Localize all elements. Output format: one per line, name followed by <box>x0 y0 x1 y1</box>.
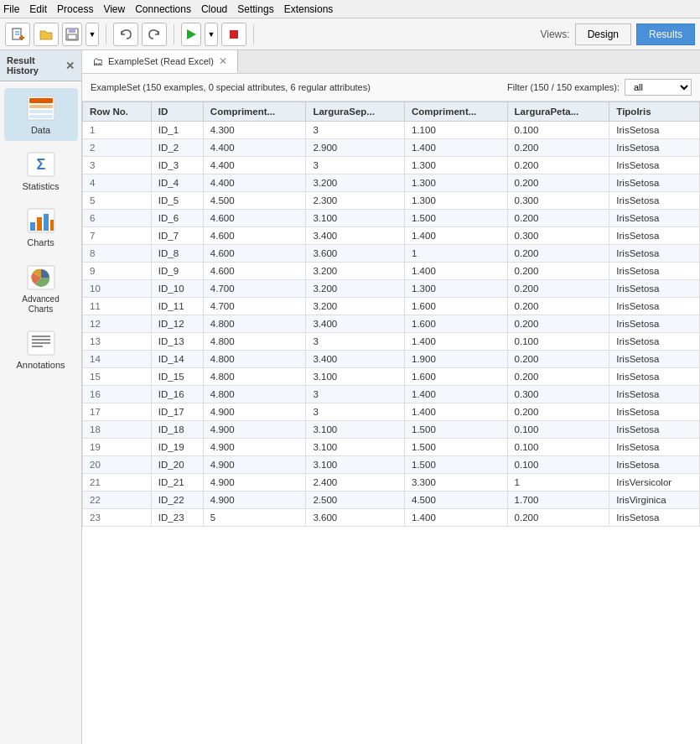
open-button[interactable] <box>34 23 59 46</box>
table-header-row: Row No.IDCompriment...LarguraSep...Compr… <box>83 102 700 122</box>
save-button[interactable] <box>62 23 82 46</box>
cell-r14-c6: IrisSetosa <box>609 368 700 386</box>
new-button[interactable] <box>5 23 30 46</box>
cell-r17-c3: 3.100 <box>306 421 405 439</box>
cell-r7-c2: 4.600 <box>203 245 306 263</box>
table-row: 10ID_104.7003.2001.3000.200IrisSetosa <box>83 280 700 298</box>
redo-button[interactable] <box>142 23 167 46</box>
results-view-button[interactable]: Results <box>636 23 695 45</box>
run-button[interactable] <box>181 23 201 46</box>
sidebar-item-advanced-charts[interactable]: Advanced Charts <box>4 258 78 320</box>
advanced-charts-icon <box>24 263 58 293</box>
cell-r21-c4: 4.500 <box>405 492 508 509</box>
cell-r17-c4: 1.500 <box>405 421 508 439</box>
result-history-label: Result History <box>7 55 65 75</box>
sidebar-item-statistics[interactable]: Σ Statistics <box>4 144 78 197</box>
cell-r2-c3: 3 <box>306 157 405 174</box>
cell-r20-c2: 4.900 <box>203 474 306 492</box>
sidebar-item-annotations[interactable]: Annotations <box>4 323 78 376</box>
table-row: 23ID_2353.6001.4000.200IrisSetosa <box>83 509 700 527</box>
run-dropdown[interactable]: ▼ <box>205 23 218 46</box>
col-header-4[interactable]: Compriment... <box>405 102 508 122</box>
col-header-2[interactable]: Compriment... <box>203 102 306 122</box>
design-view-button[interactable]: Design <box>575 23 631 45</box>
sidebar-item-data[interactable]: Data <box>4 88 78 141</box>
cell-r16-c2: 4.900 <box>203 403 306 421</box>
cell-r22-c4: 1.400 <box>405 509 508 527</box>
cell-r12-c4: 1.400 <box>405 333 508 351</box>
cell-r13-c4: 1.900 <box>405 351 508 368</box>
table-row: 21ID_214.9002.4003.3001IrisVersicolor <box>83 474 700 492</box>
sidebar-advanced-charts-label: Advanced Charts <box>11 294 71 315</box>
cell-r15-c6: IrisSetosa <box>609 386 700 403</box>
cell-r1-c1: ID_2 <box>151 139 203 157</box>
data-icon <box>24 93 58 123</box>
sidebar-item-charts[interactable]: Charts <box>4 200 78 253</box>
stop-button[interactable] <box>221 23 246 46</box>
cell-r3-c3: 3.200 <box>306 174 405 192</box>
content-area: 🗂 ExampleSet (Read Excel) ✕ ExampleSet (… <box>82 50 700 744</box>
cell-r1-c4: 1.400 <box>405 139 508 157</box>
cell-r7-c6: IrisSetosa <box>609 245 700 263</box>
cell-r20-c0: 21 <box>83 474 152 492</box>
cell-r14-c2: 4.800 <box>203 368 306 386</box>
cell-r2-c1: ID_3 <box>151 157 203 174</box>
cell-r11-c0: 12 <box>83 315 152 333</box>
cell-r8-c5: 0.200 <box>507 263 609 280</box>
menu-connections[interactable]: Connections <box>135 3 191 15</box>
menu-file[interactable]: File <box>3 3 19 15</box>
sidebar-annotations-label: Annotations <box>16 360 65 371</box>
svg-rect-14 <box>29 115 53 118</box>
col-header-5[interactable]: LarguraPeta... <box>507 102 609 122</box>
cell-r4-c6: IrisSetosa <box>609 192 700 210</box>
menu-cloud[interactable]: Cloud <box>201 3 227 15</box>
table-row: 7ID_74.6003.4001.4000.300IrisSetosa <box>83 227 700 245</box>
cell-r2-c0: 3 <box>83 157 152 174</box>
table-row: 13ID_134.80031.4000.100IrisSetosa <box>83 333 700 351</box>
menu-view[interactable]: View <box>103 3 125 15</box>
menu-extensions[interactable]: Extensions <box>284 3 334 15</box>
save-dropdown[interactable]: ▼ <box>86 23 99 46</box>
toolbar-separator-1 <box>106 24 106 44</box>
cell-r19-c1: ID_20 <box>151 456 203 474</box>
result-history-close[interactable]: ✕ <box>65 60 75 72</box>
toolbar: ▼ ▼ Views: Design Results <box>0 18 700 50</box>
filter-select[interactable]: all <box>625 79 692 96</box>
cell-r17-c6: IrisSetosa <box>609 421 700 439</box>
col-header-0[interactable]: Row No. <box>83 102 152 122</box>
cell-r14-c3: 3.100 <box>306 368 405 386</box>
cell-r19-c4: 1.500 <box>405 456 508 474</box>
cell-r11-c1: ID_12 <box>151 315 203 333</box>
menu-edit[interactable]: Edit <box>29 3 47 15</box>
cell-r18-c6: IrisSetosa <box>609 439 700 456</box>
cell-r4-c1: ID_5 <box>151 192 203 210</box>
menu-process[interactable]: Process <box>57 3 93 15</box>
data-table: Row No.IDCompriment...LarguraSep...Compr… <box>82 101 700 527</box>
tab-exampleset[interactable]: 🗂 ExampleSet (Read Excel) ✕ <box>82 50 238 73</box>
cell-r6-c3: 3.400 <box>306 227 405 245</box>
svg-rect-9 <box>230 30 238 39</box>
undo-button[interactable] <box>113 23 138 46</box>
tab-close-button[interactable]: ✕ <box>219 55 227 67</box>
sidebar-charts-label: Charts <box>27 237 54 248</box>
cell-r19-c0: 20 <box>83 456 152 474</box>
table-wrapper[interactable]: Row No.IDCompriment...LarguraSep...Compr… <box>82 101 700 744</box>
col-header-3[interactable]: LarguraSep... <box>306 102 405 122</box>
menu-settings[interactable]: Settings <box>237 3 273 15</box>
col-header-6[interactable]: TipoIris <box>609 102 700 122</box>
table-row: 4ID_44.4003.2001.3000.200IrisSetosa <box>83 174 700 192</box>
cell-r14-c0: 15 <box>83 368 152 386</box>
cell-r9-c3: 3.200 <box>306 280 405 298</box>
cell-r4-c4: 1.300 <box>405 192 508 210</box>
cell-r20-c5: 1 <box>507 474 609 492</box>
cell-r6-c5: 0.300 <box>507 227 609 245</box>
cell-r20-c4: 3.300 <box>405 474 508 492</box>
cell-r4-c5: 0.300 <box>507 192 609 210</box>
cell-r8-c1: ID_9 <box>151 263 203 280</box>
col-header-1[interactable]: ID <box>151 102 203 122</box>
cell-r15-c1: ID_16 <box>151 386 203 403</box>
cell-r10-c4: 1.600 <box>405 298 508 315</box>
cell-r9-c4: 1.300 <box>405 280 508 298</box>
charts-icon <box>24 206 58 236</box>
svg-marker-8 <box>187 29 196 39</box>
